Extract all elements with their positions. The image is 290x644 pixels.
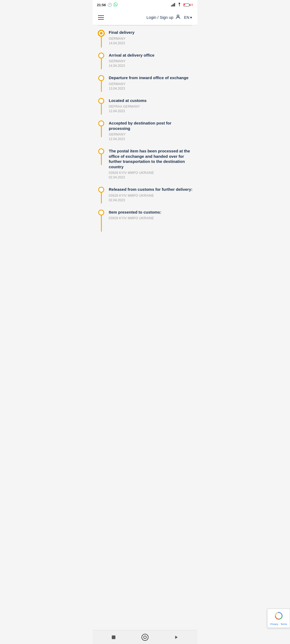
timeline-line-4 bbox=[101, 104, 102, 115]
timeline-location-4: DEFRAA GERMANY bbox=[109, 105, 193, 108]
timeline-left-1 bbox=[98, 30, 104, 47]
status-bar: 21:56 🕐 bbox=[93, 0, 197, 10]
timeline-dot-4 bbox=[98, 98, 104, 104]
timeline-date-7: 02.04.2023 bbox=[109, 198, 193, 202]
signal-icon bbox=[171, 3, 175, 7]
timeline-item-3: Departure from inward office of exchange… bbox=[93, 75, 197, 98]
battery-level: 19 bbox=[190, 3, 193, 6]
whatsapp-icon bbox=[114, 2, 118, 7]
timeline-title-8: Item presented to customs: bbox=[109, 210, 193, 215]
timeline-content-4: Located at customs DEFRAA GERMANY 12.04.… bbox=[109, 98, 197, 121]
language-selector[interactable]: EN ▾ bbox=[184, 15, 192, 20]
timeline-line-5 bbox=[101, 126, 102, 137]
timeline-line-6 bbox=[101, 154, 102, 165]
timeline-location-8: 03928 KYIV MMPO UKRAINE bbox=[109, 216, 193, 220]
timeline-location-1: GERMANY bbox=[109, 37, 193, 41]
user-icon bbox=[175, 14, 181, 21]
timeline-title-4: Located at customs bbox=[109, 98, 193, 103]
timeline-dot-3 bbox=[98, 75, 104, 81]
timeline-left-3 bbox=[98, 75, 104, 92]
timeline-dot-8 bbox=[98, 210, 104, 215]
timeline-line-2 bbox=[101, 58, 102, 69]
chevron-down-icon: ▾ bbox=[190, 15, 192, 20]
timeline-date-2: 14.04.2023 bbox=[109, 64, 193, 68]
timeline-dot-6 bbox=[98, 148, 104, 154]
timeline-left-5 bbox=[98, 120, 104, 137]
timeline-content-6: The postal item has been processed at th… bbox=[109, 148, 197, 187]
timeline-item-2: Arrival at delivery office GERMANY 14.04… bbox=[93, 53, 197, 75]
timeline-left-8 bbox=[98, 210, 104, 232]
timeline-date-5: 12.04.2023 bbox=[109, 137, 193, 141]
timeline-title-5: Accepted by destination post for process… bbox=[109, 120, 193, 131]
timeline-item-6: The postal item has been processed at th… bbox=[93, 148, 197, 187]
svg-rect-0 bbox=[171, 5, 172, 6]
timeline-content-7: Released from customs for further delive… bbox=[109, 187, 197, 210]
timeline-content-8: Item presented to customs: 03928 KYIV MM… bbox=[109, 210, 197, 229]
login-signup-button[interactable]: Login / Sign up bbox=[146, 14, 181, 21]
timeline-left-6 bbox=[98, 148, 104, 165]
timeline-title-7: Released from customs for further delive… bbox=[109, 187, 193, 192]
timeline-line-1 bbox=[101, 37, 102, 47]
timeline-left-2 bbox=[98, 53, 104, 69]
timeline-content-3: Departure from inward office of exchange… bbox=[109, 75, 197, 98]
status-bar-right: 19 bbox=[171, 3, 193, 7]
timeline-item-1: Final delivery GERMANY 14.04.2023 bbox=[93, 30, 197, 53]
timeline-item-5: Accepted by destination post for process… bbox=[93, 120, 197, 148]
wifi-icon bbox=[177, 3, 182, 7]
timeline-location-2: GERMANY bbox=[109, 59, 193, 63]
timeline-item-7: Released from customs for further delive… bbox=[93, 187, 197, 210]
time-display: 21:56 bbox=[97, 3, 106, 7]
timeline-item-8: Item presented to customs: 03928 KYIV MM… bbox=[93, 210, 197, 232]
nav-right: Login / Sign up EN ▾ bbox=[146, 14, 192, 21]
battery-icon: 19 bbox=[183, 3, 193, 6]
timeline-date-3: 13.04.2023 bbox=[109, 87, 193, 90]
timeline-location-7: 03928 KYIV MMPO UKRAINE bbox=[109, 194, 193, 197]
timeline-title-1: Final delivery bbox=[109, 30, 193, 35]
timeline-location-6: 03928 KYIV MMPO UKRAINE bbox=[109, 171, 193, 175]
timeline-date-6: 02.04.2023 bbox=[109, 175, 193, 179]
svg-point-4 bbox=[179, 6, 180, 6]
timeline-item-4: Located at customs DEFRAA GERMANY 12.04.… bbox=[93, 98, 197, 121]
svg-rect-2 bbox=[173, 4, 174, 6]
timeline-location-5: GERMANY bbox=[109, 133, 193, 136]
timeline-left-7 bbox=[98, 187, 104, 203]
timeline-content-1: Final delivery GERMANY 14.04.2023 bbox=[109, 30, 197, 53]
timeline-title-2: Arrival at delivery office bbox=[109, 53, 193, 58]
timeline-dot-1 bbox=[98, 30, 105, 37]
timeline-line-7 bbox=[101, 193, 102, 203]
timeline-title-3: Departure from inward office of exchange bbox=[109, 75, 193, 80]
svg-rect-1 bbox=[172, 5, 173, 6]
svg-point-5 bbox=[177, 15, 179, 17]
top-nav: Login / Sign up EN ▾ bbox=[93, 10, 197, 25]
login-signup-label: Login / Sign up bbox=[146, 15, 173, 20]
timeline-date-4: 12.04.2023 bbox=[109, 109, 193, 113]
hamburger-menu[interactable] bbox=[98, 15, 104, 20]
language-label: EN bbox=[184, 15, 189, 20]
tracking-timeline: Final delivery GERMANY 14.04.2023 Arriva… bbox=[93, 25, 197, 236]
timeline-title-6: The postal item has been processed at th… bbox=[109, 148, 193, 169]
timeline-date-1: 14.04.2023 bbox=[109, 41, 193, 45]
timeline-dot-7 bbox=[98, 187, 104, 193]
timeline-dot-5 bbox=[98, 120, 104, 126]
timeline-line-8 bbox=[101, 215, 102, 232]
timeline-line-3 bbox=[101, 81, 102, 92]
timeline-dot-2 bbox=[98, 53, 104, 58]
status-bar-left: 21:56 🕐 bbox=[97, 2, 118, 7]
alarm-icon: 🕐 bbox=[107, 3, 112, 7]
timeline-content-2: Arrival at delivery office GERMANY 14.04… bbox=[109, 53, 197, 75]
timeline-content-5: Accepted by destination post for process… bbox=[109, 120, 197, 148]
svg-rect-3 bbox=[174, 3, 175, 6]
timeline-left-4 bbox=[98, 98, 104, 115]
timeline-location-3: GERMANY bbox=[109, 82, 193, 86]
